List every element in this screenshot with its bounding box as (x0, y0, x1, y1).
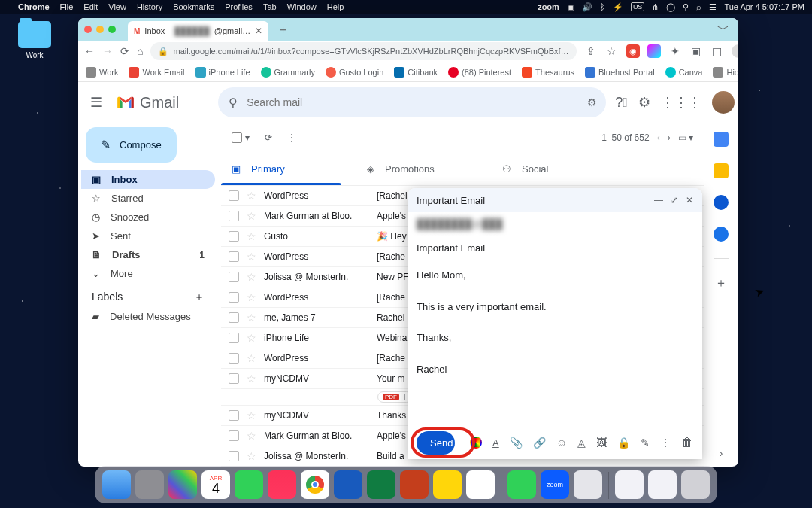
tab-promotions[interactable]: ◈Promotions (356, 153, 492, 185)
dock-launchpad[interactable] (168, 470, 197, 499)
contacts-addon-icon[interactable] (714, 227, 729, 242)
menu-window[interactable]: Window (287, 2, 317, 11)
menu-bookmarks[interactable]: Bookmarks (173, 2, 214, 11)
status-zoom[interactable]: zoom (538, 2, 559, 11)
dock-music[interactable] (268, 470, 296, 499)
row-star-icon[interactable]: ☆ (247, 409, 256, 421)
minimize-window-button[interactable] (96, 26, 104, 33)
sidepanel-icon[interactable]: ◫ (710, 45, 724, 57)
row-checkbox[interactable] (229, 353, 239, 364)
compose-more-button[interactable]: ⋮ (660, 437, 671, 449)
refresh-button[interactable]: ⟳ (265, 132, 272, 143)
tab-social[interactable]: ⚇Social (492, 153, 627, 185)
sidebar-sent[interactable]: ➤Sent (81, 227, 215, 245)
status-datetime[interactable]: Tue Apr 4 5:07:17 PM (724, 2, 804, 11)
row-star-icon[interactable]: ☆ (247, 312, 256, 324)
row-star-icon[interactable]: ☆ (247, 373, 256, 385)
sidebar-snoozed[interactable]: ◷Snoozed (81, 208, 215, 227)
status-wifi-icon[interactable]: ⋔ (652, 2, 659, 12)
bookmark-bluehost[interactable]: Bluehost Portal (585, 67, 655, 78)
hide-side-panel-button[interactable]: › (720, 447, 723, 459)
dock-facetime[interactable] (508, 470, 536, 499)
bookmark-iphone-life[interactable]: iPhone Life (195, 67, 250, 78)
menu-tab[interactable]: Tab (263, 2, 277, 11)
row-checkbox[interactable] (229, 231, 239, 242)
status-screenrec-icon[interactable]: ▣ (567, 2, 574, 12)
ai-assist-icon[interactable] (470, 437, 482, 449)
sidebar-starred[interactable]: ☆Starred (81, 189, 215, 208)
input-tools-button[interactable]: ▭ ▾ (678, 132, 693, 143)
maximize-window-button[interactable] (108, 26, 116, 33)
menubar-app-name[interactable]: Chrome (18, 2, 50, 11)
search-input[interactable] (247, 96, 595, 108)
add-label-button[interactable]: ＋ (194, 291, 205, 304)
sidebar-more[interactable]: ⌄More (81, 264, 215, 283)
insert-emoji-icon[interactable]: ☺ (556, 437, 567, 449)
dock-powerpoint[interactable] (400, 470, 429, 499)
bookmark-work-email[interactable]: Work Email (129, 67, 184, 78)
row-star-icon[interactable]: ☆ (247, 332, 256, 344)
keep-addon-icon[interactable] (714, 163, 729, 178)
send-button[interactable]: Send (417, 431, 455, 455)
calendar-addon-icon[interactable] (714, 132, 729, 147)
extensions-button[interactable]: ✦ (668, 45, 682, 57)
insert-signature-icon[interactable]: ✎ (641, 437, 650, 449)
bookmark-pinterest[interactable]: (88) Pinterest (448, 67, 511, 78)
dock-chrome[interactable] (301, 470, 329, 499)
dock-trash[interactable] (681, 470, 710, 499)
forward-button[interactable]: → (102, 45, 113, 57)
row-checkbox[interactable] (229, 312, 239, 323)
account-avatar[interactable] (712, 91, 735, 114)
dock-file-2[interactable] (648, 470, 677, 499)
bookmark-citibank[interactable]: Citibank (394, 67, 438, 78)
insert-link-icon[interactable]: 🔗 (533, 437, 546, 449)
settings-icon[interactable]: ⚙ (638, 94, 650, 111)
reload-button[interactable]: ⟳ (120, 45, 129, 57)
menu-profiles[interactable]: Profiles (225, 2, 253, 11)
bookmark-grammarly[interactable]: Grammarly (261, 67, 315, 78)
row-checkbox[interactable] (229, 190, 239, 201)
status-control-center-icon[interactable]: ☰ (709, 2, 717, 12)
row-star-icon[interactable]: ☆ (247, 230, 256, 242)
row-star-icon[interactable]: ☆ (247, 271, 256, 283)
row-star-icon[interactable]: ☆ (247, 430, 256, 442)
compose-button[interactable]: ✎ Compose (86, 127, 177, 163)
row-checkbox[interactable] (229, 211, 239, 221)
close-compose-button[interactable]: ✕ (686, 195, 693, 205)
formatting-options-icon[interactable]: A (492, 437, 499, 449)
close-tab-button[interactable]: ✕ (255, 26, 262, 36)
confidential-mode-icon[interactable]: 🔒 (617, 437, 630, 449)
menu-edit[interactable]: Edit (83, 2, 98, 11)
url-field[interactable]: 🔒 mail.google.com/mail/u/1/#inbox?compos… (150, 42, 576, 60)
bookmark-thesaurus[interactable]: Thesaurus (522, 67, 574, 78)
select-all-checkbox[interactable]: ▾ (232, 132, 250, 143)
next-page-button[interactable]: › (668, 132, 671, 143)
status-user-icon[interactable]: ◯ (666, 2, 675, 12)
menu-view[interactable]: View (108, 2, 126, 11)
insert-drive-icon[interactable]: ◬ (577, 437, 586, 449)
dock-zoom[interactable]: zoom (541, 470, 569, 499)
browser-tab-active[interactable]: M Inbox - ██████@gmail… ✕ (128, 21, 268, 41)
compose-to-field[interactable]: ████████@███ (408, 212, 702, 236)
search-options-icon[interactable]: ⚙ (587, 96, 597, 108)
profile-avatar[interactable] (732, 44, 738, 58)
menu-history[interactable]: History (137, 2, 162, 11)
discard-draft-button[interactable]: 🗑 (681, 436, 693, 449)
cast-icon[interactable]: ▣ (689, 45, 703, 57)
bookmark-gusto[interactable]: Gusto Login (326, 67, 383, 78)
desktop-folder-work[interactable]: Work (14, 21, 56, 59)
sidebar-label-deleted[interactable]: ▰Deleted Messages (81, 307, 215, 326)
dock-excel[interactable] (367, 470, 395, 499)
row-star-icon[interactable]: ☆ (247, 450, 256, 462)
row-checkbox[interactable] (229, 430, 239, 441)
tab-overflow-button[interactable]: ﹀ (717, 22, 729, 38)
status-search-icon[interactable]: ⌕ (696, 2, 701, 11)
dock-finder[interactable] (102, 470, 131, 499)
close-window-button[interactable] (84, 26, 92, 33)
extension-1-icon[interactable]: ◉ (626, 44, 640, 58)
dock-notes[interactable] (433, 470, 462, 499)
compose-header[interactable]: Important Email — ⤢ ✕ (408, 188, 702, 212)
compose-subject-field[interactable]: Important Email (408, 236, 702, 260)
menu-file[interactable]: File (60, 2, 74, 11)
status-bluetooth-icon[interactable]: ᛒ (600, 2, 605, 11)
